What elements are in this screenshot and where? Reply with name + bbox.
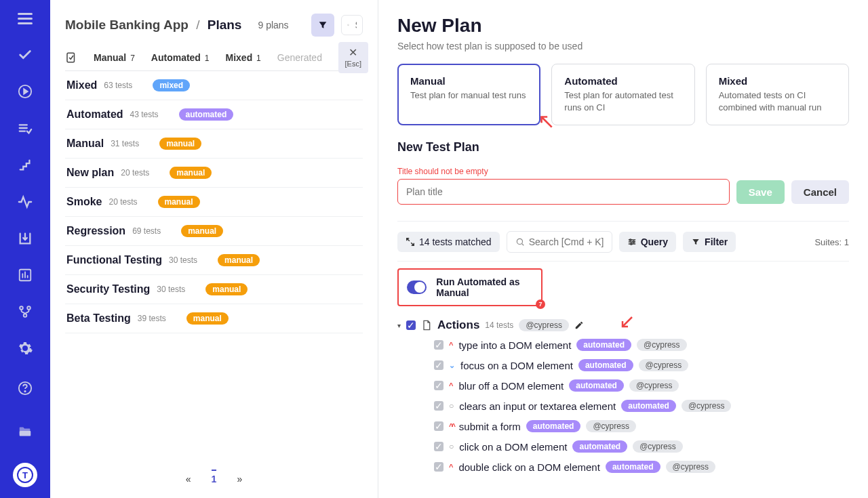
nav-help[interactable] — [13, 376, 37, 400]
save-button[interactable]: Save — [736, 180, 785, 204]
test-controls: 14 tests matched Query Filter Suites: 1 — [397, 221, 849, 262]
test-row[interactable]: ✓^type into a DOM elementautomated@cypre… — [434, 339, 849, 351]
plan-title-input[interactable] — [397, 179, 730, 205]
plan-row[interactable]: Security Testing30 testsmanual — [65, 275, 363, 304]
test-check[interactable]: ✓ — [434, 421, 443, 431]
match-icon — [406, 237, 415, 247]
tag-manual: manual — [205, 283, 248, 295]
svg-point-26 — [629, 239, 631, 241]
run-automated-toggle[interactable] — [407, 281, 427, 294]
plan-row[interactable]: Smoke20 testsmanual — [65, 188, 363, 217]
edit-icon[interactable] — [574, 320, 584, 330]
tab-icon[interactable] — [65, 51, 77, 64]
nav-settings[interactable] — [13, 339, 37, 357]
section-title: New Test Plan — [397, 140, 849, 154]
close-panel[interactable]: ✕ [Esc] — [338, 42, 368, 73]
check-icon — [18, 47, 33, 62]
suite-caret[interactable]: ▾ — [397, 322, 401, 329]
svg-marker-1 — [24, 89, 28, 94]
new-plan-panel: New Plan Select how test plan is suppose… — [378, 0, 868, 498]
test-check[interactable]: ✓ — [434, 442, 443, 451]
hamburger-menu[interactable] — [13, 9, 37, 27]
tab-manual[interactable]: Manual 7 — [94, 52, 135, 63]
svg-point-28 — [630, 243, 631, 245]
search-box[interactable] — [341, 15, 363, 35]
plan-row[interactable]: Automated43 testsautomated — [65, 100, 363, 129]
pager-page[interactable]: 1 — [212, 470, 217, 484]
nav-logo[interactable]: T — [13, 463, 37, 487]
svg-point-21 — [517, 239, 522, 245]
suite-header: ▾ ✓ Actions 14 tests @cypress — [397, 318, 849, 332]
nav-check[interactable] — [13, 46, 37, 64]
nav-steps[interactable] — [13, 156, 37, 173]
esc-label: [Esc] — [345, 60, 361, 68]
nav-analytics[interactable] — [13, 266, 37, 284]
plan-row[interactable]: Regression69 testsmanual — [65, 217, 363, 246]
toggle-label: Run Automated as Manual — [436, 276, 533, 298]
nav-pulse[interactable] — [13, 192, 37, 210]
suite-checkbox[interactable]: ✓ — [406, 320, 416, 330]
plan-type-mixed[interactable]: Mixed Automated tests on CI combined wit… — [706, 64, 849, 125]
branch-icon — [18, 304, 33, 319]
test-row[interactable]: ✓^^submit a formautomated@cypress — [434, 420, 849, 432]
search-icon — [515, 237, 525, 247]
svg-point-27 — [633, 241, 634, 243]
plans-panel: Mobile Banking App / Plans 9 plans Manua… — [50, 0, 378, 498]
nav-folder[interactable] — [13, 419, 37, 444]
nav-play[interactable] — [13, 83, 37, 100]
priority-icon: ^ — [449, 381, 453, 390]
panel-title: New Plan — [397, 15, 849, 37]
pager-next[interactable]: » — [237, 474, 242, 484]
filter-button[interactable] — [311, 14, 334, 37]
list-check-icon — [18, 121, 33, 136]
breadcrumb-project[interactable]: Mobile Banking App — [65, 18, 189, 32]
close-icon: ✕ — [349, 47, 357, 58]
tab-generated[interactable]: Generated — [277, 52, 322, 63]
search-icon — [347, 20, 349, 30]
breadcrumb-section: Plans — [208, 18, 242, 32]
test-row[interactable]: ✓^blur off a DOM elementautomated@cypres… — [434, 379, 849, 392]
test-check[interactable]: ✓ — [434, 462, 443, 472]
plan-row[interactable]: Manual31 testsmanual — [65, 129, 363, 159]
hamburger-icon — [18, 13, 33, 24]
plan-list: Mixed63 testsmixed Automated43 testsauto… — [65, 71, 363, 460]
folder-icon — [18, 424, 33, 439]
cancel-button[interactable]: Cancel — [791, 180, 849, 204]
nav-list[interactable] — [13, 119, 37, 137]
test-search-input[interactable] — [529, 236, 604, 247]
test-row[interactable]: ✓○click on a DOM elementautomated@cypres… — [434, 440, 849, 453]
test-search[interactable] — [507, 231, 612, 253]
suite-meta: 14 tests — [485, 320, 513, 330]
filter-button-2[interactable]: Filter — [683, 232, 736, 252]
test-check[interactable]: ✓ — [434, 401, 443, 411]
filter-icon — [317, 20, 328, 30]
plan-row[interactable]: Functional Testing30 testsmanual — [65, 246, 363, 275]
plan-row[interactable]: Beta Testing39 testsmanual — [65, 304, 363, 333]
test-check[interactable]: ✓ — [434, 381, 443, 390]
test-row[interactable]: ✓⌄focus on a DOM elementautomated@cypres… — [434, 359, 849, 371]
nav-branch[interactable] — [13, 303, 37, 320]
search-input[interactable] — [355, 20, 357, 30]
plan-type-manual[interactable]: Manual Test plan for manual test runs — [397, 64, 540, 125]
priority-icon: ⌄ — [449, 361, 455, 370]
svg-line-18 — [349, 26, 349, 26]
nav-import[interactable] — [13, 230, 37, 247]
test-row[interactable]: ✓^double click on a DOM elementautomated… — [434, 461, 849, 473]
gear-icon — [17, 340, 33, 356]
svg-rect-19 — [67, 53, 75, 62]
doc-icon — [421, 320, 432, 331]
plan-type-automated[interactable]: Automated Test plan for automated test r… — [551, 64, 694, 125]
test-check[interactable]: ✓ — [434, 360, 443, 370]
pager-prev[interactable]: « — [186, 474, 191, 484]
svg-point-14 — [24, 391, 25, 392]
svg-point-17 — [348, 24, 349, 26]
query-button[interactable]: Query — [619, 232, 676, 252]
tests-matched[interactable]: 14 tests matched — [397, 232, 500, 252]
tab-automated[interactable]: Automated 1 — [151, 52, 210, 63]
test-check[interactable]: ✓ — [434, 340, 443, 350]
test-row[interactable]: ✓○clears an input or textarea elementaut… — [434, 400, 849, 412]
priority-icon: ^ — [449, 341, 453, 349]
tab-mixed[interactable]: Mixed 1 — [226, 52, 261, 63]
plan-row[interactable]: New plan20 testsmanual — [65, 159, 363, 188]
plan-row[interactable]: Mixed63 testsmixed — [65, 71, 363, 100]
